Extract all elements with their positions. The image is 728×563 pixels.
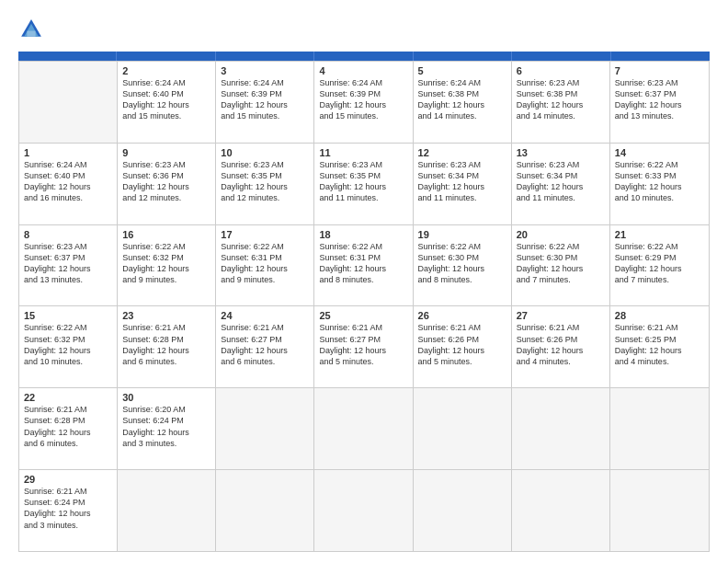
day-info-3: Sunrise: 6:24 AM Sunset: 6:39 PM Dayligh…	[221, 77, 309, 122]
day-number-4: 4	[319, 65, 407, 76]
empty-cell-4-6	[610, 388, 709, 469]
empty-cell-5-5	[512, 470, 610, 551]
day-info-23: Sunrise: 6:21 AM Sunset: 6:28 PM Dayligh…	[122, 322, 210, 367]
weekday-sunday	[18, 52, 117, 61]
day-number-19: 19	[418, 229, 506, 240]
day-cell-27: 27Sunrise: 6:21 AM Sunset: 6:26 PM Dayli…	[512, 306, 610, 387]
day-cell-3: 3Sunrise: 6:24 AM Sunset: 6:39 PM Daylig…	[216, 62, 314, 143]
calendar-header	[18, 52, 710, 61]
day-info-24: Sunrise: 6:21 AM Sunset: 6:27 PM Dayligh…	[221, 322, 309, 367]
day-number-14: 14	[615, 147, 704, 158]
day-number-26: 26	[418, 310, 506, 321]
day-info-29: Sunrise: 6:21 AM Sunset: 6:24 PM Dayligh…	[24, 486, 112, 531]
day-cell-18: 18Sunrise: 6:22 AM Sunset: 6:31 PM Dayli…	[314, 225, 413, 306]
day-info-30: Sunrise: 6:20 AM Sunset: 6:24 PM Dayligh…	[122, 404, 210, 449]
day-number-28: 28	[615, 310, 704, 321]
day-info-5: Sunrise: 6:24 AM Sunset: 6:38 PM Dayligh…	[418, 77, 506, 122]
day-cell-12: 12Sunrise: 6:23 AM Sunset: 6:34 PM Dayli…	[414, 144, 512, 224]
day-cell-4: 4Sunrise: 6:24 AM Sunset: 6:39 PM Daylig…	[314, 62, 413, 143]
empty-cell-5-2	[216, 470, 314, 551]
empty-cell-0-0	[19, 62, 118, 143]
day-cell-10: 10Sunrise: 6:23 AM Sunset: 6:35 PM Dayli…	[216, 144, 314, 224]
weekday-wednesday	[314, 52, 413, 61]
day-cell-6: 6Sunrise: 6:23 AM Sunset: 6:38 PM Daylig…	[512, 62, 610, 143]
day-number-13: 13	[517, 147, 605, 158]
day-cell-16: 16Sunrise: 6:22 AM Sunset: 6:32 PM Dayli…	[118, 225, 216, 306]
empty-cell-5-1	[118, 470, 216, 551]
day-number-21: 21	[615, 229, 704, 240]
day-cell-20: 20Sunrise: 6:22 AM Sunset: 6:30 PM Dayli…	[512, 225, 610, 306]
day-number-24: 24	[221, 310, 309, 321]
empty-cell-5-4	[414, 470, 512, 551]
day-cell-25: 25Sunrise: 6:21 AM Sunset: 6:27 PM Dayli…	[314, 306, 413, 387]
day-cell-19: 19Sunrise: 6:22 AM Sunset: 6:30 PM Dayli…	[414, 225, 512, 306]
day-info-17: Sunrise: 6:22 AM Sunset: 6:31 PM Dayligh…	[221, 241, 309, 286]
day-cell-5: 5Sunrise: 6:24 AM Sunset: 6:38 PM Daylig…	[414, 62, 512, 143]
calendar-row-4: 22Sunrise: 6:21 AM Sunset: 6:28 PM Dayli…	[19, 387, 709, 469]
day-number-9: 9	[122, 147, 210, 158]
day-cell-17: 17Sunrise: 6:22 AM Sunset: 6:31 PM Dayli…	[216, 225, 314, 306]
calendar-row-5: 29Sunrise: 6:21 AM Sunset: 6:24 PM Dayli…	[19, 469, 709, 551]
day-info-7: Sunrise: 6:23 AM Sunset: 6:37 PM Dayligh…	[615, 77, 704, 122]
day-number-12: 12	[418, 147, 506, 158]
day-cell-7: 7Sunrise: 6:23 AM Sunset: 6:37 PM Daylig…	[610, 62, 709, 143]
svg-rect-2	[27, 31, 35, 37]
empty-cell-5-6	[610, 470, 709, 551]
day-cell-23: 23Sunrise: 6:21 AM Sunset: 6:28 PM Dayli…	[118, 306, 216, 387]
day-number-10: 10	[221, 147, 309, 158]
day-info-1: Sunrise: 6:24 AM Sunset: 6:40 PM Dayligh…	[24, 159, 112, 204]
empty-cell-5-3	[314, 470, 413, 551]
day-number-3: 3	[221, 65, 309, 76]
day-info-8: Sunrise: 6:23 AM Sunset: 6:37 PM Dayligh…	[24, 241, 112, 286]
day-cell-21: 21Sunrise: 6:22 AM Sunset: 6:29 PM Dayli…	[610, 225, 709, 306]
day-info-20: Sunrise: 6:22 AM Sunset: 6:30 PM Dayligh…	[517, 241, 605, 286]
day-number-1: 1	[24, 147, 112, 158]
calendar-row-2: 8Sunrise: 6:23 AM Sunset: 6:37 PM Daylig…	[19, 224, 709, 306]
day-info-19: Sunrise: 6:22 AM Sunset: 6:30 PM Dayligh…	[418, 241, 506, 286]
calendar-row-1: 1Sunrise: 6:24 AM Sunset: 6:40 PM Daylig…	[19, 143, 709, 224]
day-info-26: Sunrise: 6:21 AM Sunset: 6:26 PM Dayligh…	[418, 322, 506, 367]
day-number-6: 6	[517, 65, 605, 76]
day-info-27: Sunrise: 6:21 AM Sunset: 6:26 PM Dayligh…	[517, 322, 605, 367]
calendar-body: 2Sunrise: 6:24 AM Sunset: 6:40 PM Daylig…	[18, 61, 710, 552]
day-info-14: Sunrise: 6:22 AM Sunset: 6:33 PM Dayligh…	[615, 159, 704, 204]
day-number-20: 20	[517, 229, 605, 240]
weekday-friday	[512, 52, 610, 61]
day-number-7: 7	[615, 65, 704, 76]
day-number-15: 15	[24, 310, 112, 321]
day-cell-11: 11Sunrise: 6:23 AM Sunset: 6:35 PM Dayli…	[314, 144, 413, 224]
day-info-4: Sunrise: 6:24 AM Sunset: 6:39 PM Dayligh…	[319, 77, 407, 122]
day-number-2: 2	[122, 65, 210, 76]
day-cell-22: 22Sunrise: 6:21 AM Sunset: 6:28 PM Dayli…	[19, 388, 118, 469]
day-info-12: Sunrise: 6:23 AM Sunset: 6:34 PM Dayligh…	[418, 159, 506, 204]
day-cell-1: 1Sunrise: 6:24 AM Sunset: 6:40 PM Daylig…	[19, 144, 118, 224]
day-info-28: Sunrise: 6:21 AM Sunset: 6:25 PM Dayligh…	[615, 322, 704, 367]
day-number-11: 11	[319, 147, 407, 158]
day-cell-29: 29Sunrise: 6:21 AM Sunset: 6:24 PM Dayli…	[19, 470, 118, 551]
calendar: 2Sunrise: 6:24 AM Sunset: 6:40 PM Daylig…	[18, 52, 710, 552]
day-number-18: 18	[319, 229, 407, 240]
day-cell-30: 30Sunrise: 6:20 AM Sunset: 6:24 PM Dayli…	[118, 388, 216, 469]
header	[18, 17, 710, 42]
calendar-row-0: 2Sunrise: 6:24 AM Sunset: 6:40 PM Daylig…	[19, 61, 709, 143]
page: 2Sunrise: 6:24 AM Sunset: 6:40 PM Daylig…	[0, 0, 728, 563]
day-number-8: 8	[24, 229, 112, 240]
day-cell-14: 14Sunrise: 6:22 AM Sunset: 6:33 PM Dayli…	[610, 144, 709, 224]
day-cell-13: 13Sunrise: 6:23 AM Sunset: 6:34 PM Dayli…	[512, 144, 610, 224]
day-cell-28: 28Sunrise: 6:21 AM Sunset: 6:25 PM Dayli…	[610, 306, 709, 387]
logo	[18, 17, 48, 42]
day-info-16: Sunrise: 6:22 AM Sunset: 6:32 PM Dayligh…	[122, 241, 210, 286]
calendar-row-3: 15Sunrise: 6:22 AM Sunset: 6:32 PM Dayli…	[19, 305, 709, 387]
day-info-18: Sunrise: 6:22 AM Sunset: 6:31 PM Dayligh…	[319, 241, 407, 286]
day-number-16: 16	[122, 229, 210, 240]
day-cell-2: 2Sunrise: 6:24 AM Sunset: 6:40 PM Daylig…	[118, 62, 216, 143]
day-number-22: 22	[24, 392, 112, 403]
weekday-monday	[117, 52, 215, 61]
day-number-27: 27	[517, 310, 605, 321]
empty-cell-4-5	[512, 388, 610, 469]
day-cell-8: 8Sunrise: 6:23 AM Sunset: 6:37 PM Daylig…	[19, 225, 118, 306]
day-cell-24: 24Sunrise: 6:21 AM Sunset: 6:27 PM Dayli…	[216, 306, 314, 387]
day-info-15: Sunrise: 6:22 AM Sunset: 6:32 PM Dayligh…	[24, 322, 112, 367]
logo-icon	[18, 17, 44, 42]
day-cell-9: 9Sunrise: 6:23 AM Sunset: 6:36 PM Daylig…	[118, 144, 216, 224]
